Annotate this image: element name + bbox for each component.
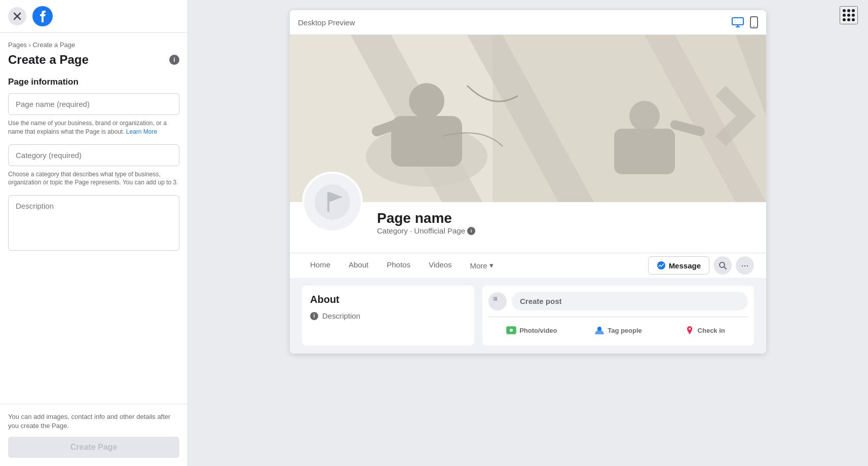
svg-point-23 (657, 261, 665, 269)
preview-card: Desktop Preview (290, 10, 766, 354)
check-in-button[interactable]: Check in (661, 321, 748, 339)
tag-people-icon (594, 325, 605, 335)
about-desc-row: i Description (310, 312, 466, 320)
photo-video-button[interactable]: Photo/video (488, 321, 575, 339)
profile-avatar-wrap (302, 172, 363, 232)
create-page-button[interactable]: Create Page (8, 437, 179, 458)
right-panel: Desktop Preview (188, 0, 868, 466)
check-in-icon (685, 325, 695, 335)
apps-grid-area (840, 6, 858, 24)
top-bar (0, 0, 187, 33)
nav-tab-about[interactable]: About (341, 253, 376, 278)
about-title: About (310, 294, 466, 305)
category-help: Choose a category that describes what ty… (8, 170, 179, 187)
search-button[interactable] (713, 256, 732, 275)
post-avatar (488, 292, 507, 310)
more-options-button[interactable]: ··· (736, 256, 754, 275)
close-button[interactable] (8, 7, 26, 25)
post-area: Create post Photo/video (482, 286, 754, 345)
ellipsis-icon: ··· (741, 260, 748, 271)
apps-grid-button[interactable] (840, 6, 858, 24)
facebook-logo (32, 6, 53, 26)
preview-body[interactable]: Page name Category · Unofficial Page i H… (290, 35, 766, 354)
search-icon (719, 261, 727, 269)
tag-people-button[interactable]: Tag people (575, 321, 662, 339)
about-info-icon: i (310, 312, 318, 320)
post-actions: Photo/video Tag people (488, 317, 748, 339)
profile-page-name: Page name (377, 210, 754, 226)
bottom-area: You can add images, contact info and oth… (0, 404, 187, 466)
photo-video-icon (506, 325, 516, 335)
category-input[interactable] (8, 144, 179, 166)
profile-category: Category · Unofficial Page i (377, 226, 754, 235)
svg-line-25 (724, 267, 726, 269)
svg-point-30 (510, 329, 513, 332)
breadcrumb-current: Create a Page (32, 41, 75, 49)
page-title-row: Create a Page i (8, 53, 179, 67)
messenger-icon (657, 261, 666, 270)
chevron-down-icon: ▾ (489, 261, 494, 270)
desktop-icon[interactable] (732, 17, 744, 27)
svg-rect-17 (614, 129, 675, 174)
description-input[interactable] (8, 195, 179, 251)
svg-rect-1 (732, 18, 743, 25)
preview-title: Desktop Preview (298, 18, 355, 27)
nav-tab-videos[interactable]: Videos (421, 253, 460, 278)
svg-marker-27 (495, 297, 497, 301)
profile-section: Page name Category · Unofficial Page i (290, 202, 766, 253)
svg-point-5 (753, 26, 754, 27)
svg-point-16 (629, 101, 660, 131)
message-button[interactable]: Message (648, 256, 709, 275)
learn-more-link[interactable]: Learn More (126, 128, 157, 135)
page-name-input[interactable] (8, 93, 179, 115)
page-content: About i Description (290, 278, 766, 354)
page-info-section-label: Page information (8, 77, 179, 87)
preview-device-icons (732, 16, 758, 28)
about-desc-text: Description (322, 312, 360, 320)
nav-tab-photos[interactable]: Photos (379, 253, 419, 278)
nav-tab-home[interactable]: Home (302, 253, 338, 278)
page-title: Create a Page (8, 53, 89, 67)
svg-rect-20 (315, 184, 350, 220)
page-name-help: Use the name of your business, brand or … (8, 119, 179, 136)
nav-tabs: Home About Photos Videos More ▾ (302, 253, 502, 278)
helper-note: You can add images, contact info and oth… (8, 412, 179, 431)
left-content: Pages › Create a Page Create a Page i Pa… (0, 33, 187, 404)
profile-info: Page name Category · Unofficial Page i (302, 202, 754, 243)
profile-avatar (302, 172, 363, 232)
about-card: About i Description (302, 286, 474, 345)
mobile-icon[interactable] (750, 16, 758, 28)
nav-tab-more[interactable]: More ▾ (462, 253, 502, 278)
breadcrumb: Pages › Create a Page (8, 41, 179, 49)
create-post-bar: Create post (488, 292, 748, 310)
svg-point-32 (689, 328, 691, 330)
svg-point-13 (409, 83, 444, 119)
svg-rect-21 (327, 192, 329, 212)
left-panel: Pages › Create a Page Create a Page i Pa… (0, 0, 188, 466)
page-nav: Home About Photos Videos More ▾ (290, 253, 766, 278)
create-post-button[interactable]: Create post (512, 292, 748, 310)
page-info-icon[interactable]: i (169, 55, 179, 65)
nav-actions: Message ··· (648, 256, 754, 275)
breadcrumb-pages[interactable]: Pages (8, 41, 27, 49)
category-info-icon: i (467, 227, 475, 235)
preview-header: Desktop Preview (290, 10, 766, 35)
apps-grid-icon (843, 9, 855, 21)
